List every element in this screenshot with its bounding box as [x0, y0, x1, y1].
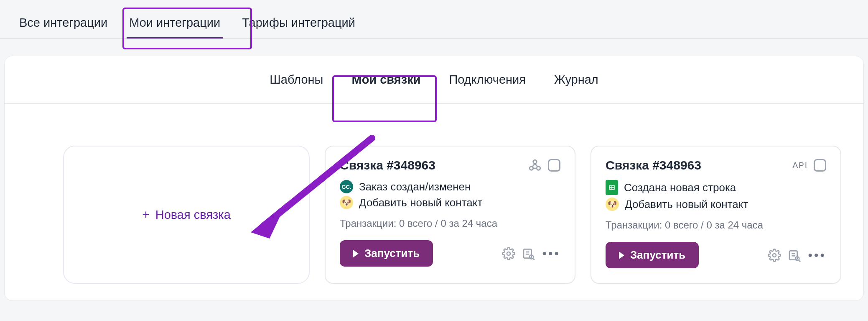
- play-icon: [353, 250, 359, 257]
- play-icon: [619, 252, 624, 259]
- tab-all-integrations[interactable]: Все интеграции: [17, 8, 110, 39]
- top-tabs: Все интеграции Мои интеграции Тарифы инт…: [0, 0, 868, 39]
- step-label: Добавить новый контакт: [625, 198, 748, 211]
- card-step-2: 🐶 Добавить новый контакт: [606, 198, 826, 211]
- transactions-text: Транзакции: 0 всего / 0 за 24 часа: [606, 219, 826, 231]
- main-panel: Шаблоны Мои связки Подключения Журнал + …: [4, 56, 864, 301]
- plus-icon: +: [142, 208, 150, 222]
- card-actions: Запустить •••: [340, 240, 560, 267]
- integration-card: Связка #348963 GC. Заказ создан/изменен …: [325, 146, 575, 284]
- tab-templates[interactable]: Шаблоны: [270, 73, 323, 87]
- webhook-icon: [528, 158, 542, 172]
- logs-icon[interactable]: [522, 247, 535, 260]
- tab-my-links[interactable]: Мои связки: [351, 73, 420, 87]
- logs-icon[interactable]: [788, 249, 801, 262]
- svg-point-5: [507, 252, 510, 255]
- tab-connections[interactable]: Подключения: [449, 73, 525, 87]
- card-title: Связка #348963: [606, 158, 701, 172]
- cards-row: + Новая связка Связка #348963 GC.: [5, 104, 863, 300]
- tab-journal[interactable]: Журнал: [554, 73, 598, 87]
- svg-point-4: [533, 160, 537, 164]
- gear-icon[interactable]: [502, 247, 515, 260]
- card-header: Связка #348963 API: [606, 158, 826, 172]
- more-icon[interactable]: •••: [542, 247, 560, 261]
- card-checkbox[interactable]: [548, 159, 560, 172]
- new-link-label: Новая связка: [155, 208, 231, 222]
- run-button[interactable]: Запустить: [340, 240, 433, 267]
- more-icon[interactable]: •••: [808, 248, 826, 262]
- step-label: Создана новая строка: [624, 181, 736, 194]
- svg-line-20: [799, 260, 800, 262]
- gear-icon[interactable]: [768, 249, 781, 262]
- svg-point-15: [773, 254, 776, 257]
- api-badge: API: [792, 161, 808, 170]
- run-button[interactable]: Запустить: [606, 242, 699, 268]
- card-title: Связка #348963: [340, 158, 435, 172]
- step-label: Добавить новый контакт: [359, 196, 482, 209]
- run-label: Запустить: [630, 249, 685, 262]
- contact-icon: 🐶: [606, 198, 619, 211]
- inner-tabs: Шаблоны Мои связки Подключения Журнал: [5, 56, 863, 104]
- integration-card: Связка #348963 API Создана новая строка …: [591, 146, 841, 284]
- tab-my-integrations[interactable]: Мои интеграции: [127, 8, 223, 39]
- new-link-card[interactable]: + Новая связка: [63, 146, 310, 284]
- step-label: Заказ создан/изменен: [359, 180, 471, 193]
- google-sheets-icon: [606, 180, 618, 195]
- contact-icon: 🐶: [340, 196, 353, 209]
- card-step-1: GC. Заказ создан/изменен: [340, 180, 560, 193]
- card-actions: Запустить •••: [606, 242, 826, 268]
- transactions-text: Транзакции: 0 всего / 0 за 24 часа: [340, 218, 560, 229]
- svg-line-10: [533, 259, 535, 260]
- getcourse-icon: GC.: [340, 180, 353, 193]
- card-checkbox[interactable]: [814, 159, 826, 172]
- tab-integration-tariffs[interactable]: Тарифы интеграций: [239, 8, 358, 39]
- card-step-1: Создана новая строка: [606, 180, 826, 195]
- card-step-2: 🐶 Добавить новый контакт: [340, 196, 560, 209]
- card-header: Связка #348963: [340, 158, 560, 172]
- run-label: Запустить: [364, 247, 420, 260]
